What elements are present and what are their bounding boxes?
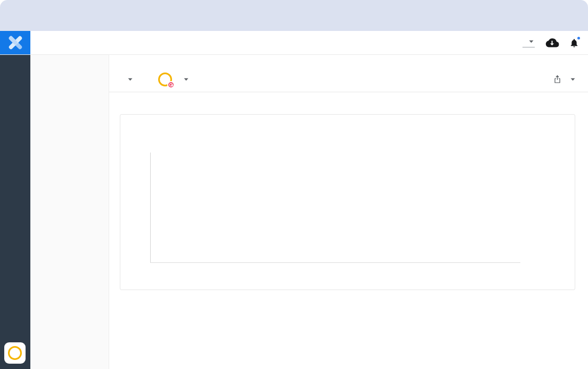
voblr-logo-icon [8, 346, 22, 360]
age-gender-chart-card [120, 114, 575, 290]
primary-icon-rail [0, 55, 30, 369]
handle-dropdown[interactable] [177, 78, 189, 81]
export-as-dropdown[interactable] [554, 75, 575, 83]
chevron-down-icon [184, 78, 189, 81]
cloud-download-icon [545, 38, 559, 47]
company-dropdown[interactable] [121, 78, 133, 81]
age-gender-bar-chart [133, 153, 562, 263]
top-nav [0, 31, 588, 55]
notification-bell-icon [570, 38, 578, 48]
notifications-button[interactable] [570, 38, 578, 48]
chart-y-axis [134, 153, 146, 263]
nav-right-cluster [522, 31, 588, 54]
chevron-down-icon [529, 40, 534, 43]
voblr-logo-button[interactable] [4, 342, 26, 364]
app-logo[interactable] [0, 31, 30, 54]
account-bar [109, 67, 588, 92]
chevron-down-icon [570, 78, 575, 81]
app-window [0, 0, 588, 369]
reports-app-title [53, 31, 57, 54]
notification-dot [577, 37, 580, 39]
platform-sidebar [30, 55, 109, 369]
chart-plot-area [150, 153, 519, 263]
chevron-down-icon [128, 78, 133, 81]
butterfly-x-logo-icon [7, 35, 23, 51]
export-upload-icon [554, 75, 561, 83]
account-avatar[interactable] [158, 73, 172, 86]
main-content [109, 55, 588, 369]
cloud-download-button[interactable] [545, 38, 559, 47]
brand-selector-dropdown[interactable] [522, 38, 535, 47]
window-titlebar [0, 0, 588, 31]
instagram-badge-icon [167, 81, 175, 89]
section-title [109, 92, 588, 105]
